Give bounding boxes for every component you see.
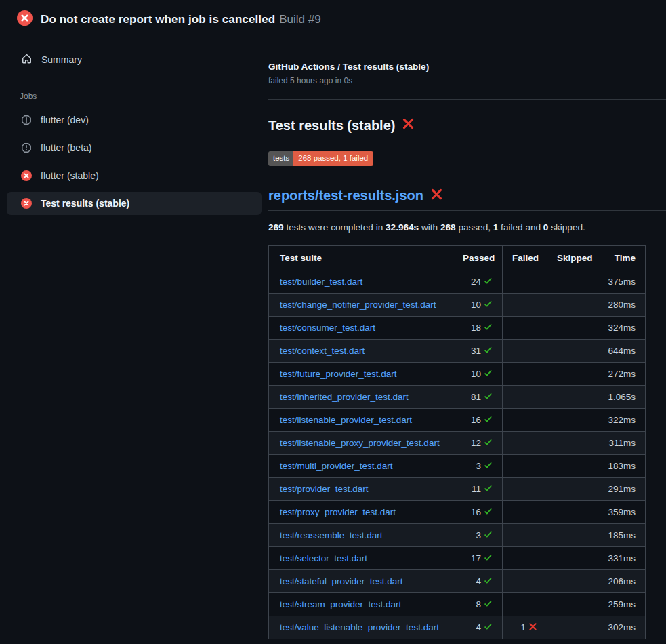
report-file-link[interactable]: reports/test-results.json (268, 188, 423, 203)
skipped-cell (547, 523, 598, 546)
test-suite-cell: test/stateful_provider_test.dart (269, 569, 453, 592)
test-suite-link[interactable]: test/consumer_test.dart (280, 323, 375, 333)
build-status-failed-icon (17, 10, 33, 28)
summary-fragment: failed and (498, 222, 543, 233)
test-suite-link[interactable]: test/change_notifier_provider_test.dart (280, 300, 436, 310)
table-body: test/builder_test.dart24375mstest/change… (269, 270, 646, 639)
passed-cell: 4 (453, 569, 503, 592)
sidebar-item-flutter-dev[interactable]: flutter (dev) (7, 108, 262, 132)
failed-cell (503, 454, 547, 477)
sidebar-item-label: Test results (stable) (41, 198, 129, 209)
count-value: 81 (471, 392, 481, 402)
table-row: test/future_provider_test.dart10272ms (269, 362, 646, 385)
count-value: 3 (476, 461, 481, 471)
summary-fragment: passed, (456, 222, 493, 233)
build-title: Do not create report when job is cancell… (41, 13, 275, 26)
table-row: test/reassemble_test.dart3185ms (269, 523, 646, 546)
test-suite-cell: test/change_notifier_provider_test.dart (269, 293, 453, 316)
test-suite-cell: test/stream_provider_test.dart (269, 592, 453, 616)
failed-cell (503, 270, 547, 293)
report-heading: reports/test-results.json (268, 188, 666, 211)
home-icon (21, 53, 33, 64)
sidebar-item-flutter-beta[interactable]: flutter (beta) (7, 136, 262, 159)
failed-cell: 1 (503, 616, 547, 639)
test-suite-link[interactable]: test/inherited_provider_test.dart (280, 392, 409, 402)
time-cell: 183ms (598, 454, 646, 477)
time-cell: 375ms (598, 270, 646, 293)
time-cell: 185ms (598, 523, 646, 546)
build-number: Build #9 (279, 13, 320, 26)
test-suite-link[interactable]: test/stream_provider_test.dart (280, 599, 401, 609)
time-cell: 331ms (598, 546, 646, 569)
passed-cell: 16 (453, 500, 503, 523)
column-header-skipped: Skipped (547, 245, 598, 270)
test-suite-link[interactable]: test/selector_test.dart (280, 553, 367, 563)
test-suite-cell: test/selector_test.dart (269, 546, 453, 569)
table-row: test/listenable_provider_test.dart16322m… (269, 408, 646, 431)
passed-cell: 11 (453, 477, 503, 500)
test-suite-link[interactable]: test/context_test.dart (280, 346, 365, 356)
test-suite-cell: test/consumer_test.dart (269, 316, 453, 339)
jobs-section-label: Jobs (7, 85, 262, 104)
passed-cell: 3 (453, 454, 503, 477)
main-content: GitHub Actions / Test results (stable) f… (268, 37, 666, 639)
failed-cell (503, 316, 547, 339)
count-value: 31 (471, 346, 481, 356)
test-suite-link[interactable]: test/stateful_provider_test.dart (280, 576, 403, 586)
run-status-text: failed 5 hours ago in 0s (268, 76, 666, 85)
sidebar-item-summary[interactable]: Summary (7, 47, 262, 73)
x-circle-icon (21, 170, 32, 181)
skipped-cell (547, 500, 598, 523)
failed-cell (503, 408, 547, 431)
check-icon (484, 622, 493, 631)
column-header-test-suite: Test suite (269, 245, 453, 270)
failed-x-icon (402, 117, 415, 134)
failed-cell (503, 293, 547, 316)
sidebar-item-test-results-stable[interactable]: Test results (stable) (7, 192, 262, 215)
check-icon (484, 576, 493, 585)
test-suite-link[interactable]: test/proxy_provider_test.dart (280, 507, 396, 517)
tests-badge-value: 268 passed, 1 failed (293, 151, 373, 166)
passed-cell: 18 (453, 316, 503, 339)
test-suite-cell: test/future_provider_test.dart (269, 362, 453, 385)
table-row: test/listenable_proxy_provider_test.dart… (269, 431, 646, 454)
build-header: Do not create report when job is cancell… (0, 0, 666, 37)
test-results-table: Test suitePassedFailedSkippedTime test/b… (268, 245, 646, 639)
check-icon (484, 438, 493, 447)
tests-badge-label: tests (268, 151, 293, 166)
sidebar-jobs-list: flutter (dev)flutter (beta)flutter (stab… (7, 108, 262, 215)
count-value: 10 (471, 300, 481, 310)
skipped-cell (547, 569, 598, 592)
count-value: 10 (471, 369, 481, 379)
time-cell: 359ms (598, 500, 646, 523)
failed-cell (503, 500, 547, 523)
check-icon (484, 599, 493, 608)
check-icon (484, 553, 493, 562)
passed-cell: 12 (453, 431, 503, 454)
failed-x-icon (430, 188, 443, 201)
count-value: 3 (476, 530, 481, 540)
sidebar-item-flutter-stable[interactable]: flutter (stable) (7, 164, 262, 187)
summary-number: 32.964s (386, 222, 419, 233)
stop-cancelled-icon (21, 142, 32, 153)
check-icon (484, 507, 493, 516)
test-suite-link[interactable]: test/builder_test.dart (280, 277, 362, 287)
failed-cell (503, 569, 547, 592)
test-suite-link[interactable]: test/listenable_provider_test.dart (280, 415, 412, 425)
test-suite-link[interactable]: test/value_listenable_provider_test.dart (280, 622, 439, 632)
time-cell: 311ms (598, 431, 646, 454)
test-suite-link[interactable]: test/multi_provider_test.dart (280, 461, 393, 471)
test-suite-link[interactable]: test/listenable_proxy_provider_test.dart (280, 438, 440, 448)
passed-cell: 17 (453, 546, 503, 569)
skipped-cell (547, 431, 598, 454)
skipped-cell (547, 362, 598, 385)
time-cell: 280ms (598, 293, 646, 316)
test-suite-link[interactable]: test/future_provider_test.dart (280, 369, 397, 379)
test-suite-link[interactable]: test/reassemble_test.dart (280, 530, 383, 540)
passed-cell: 24 (453, 270, 503, 293)
table-row: test/stateful_provider_test.dart4206ms (269, 569, 646, 592)
time-cell: 302ms (598, 616, 646, 639)
failed-cell (503, 592, 547, 616)
test-suite-link[interactable]: test/provider_test.dart (280, 484, 369, 494)
tests-badge: tests 268 passed, 1 failed (268, 151, 373, 166)
